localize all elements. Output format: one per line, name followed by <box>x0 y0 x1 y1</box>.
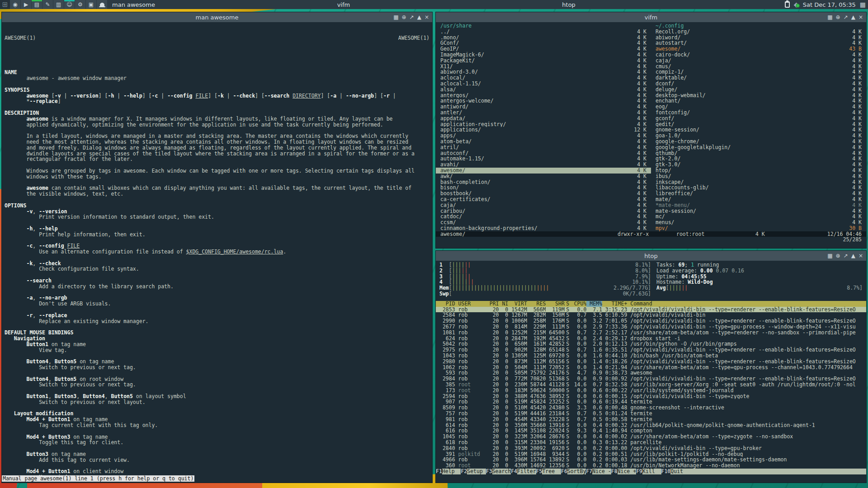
file-entry[interactable]: ImageMagick-6/4 K <box>436 52 651 58</box>
file-entry[interactable]: fontconfig/4 K <box>651 110 866 116</box>
close-icon[interactable]: × <box>425 12 429 22</box>
file-entry[interactable]: mate-session/4 K <box>651 208 866 214</box>
file-entry[interactable]: antergos-welcome/4 K <box>436 98 651 104</box>
file-entry[interactable]: libreoffice/4 K <box>651 191 866 197</box>
fkey-kill[interactable]: F9Kill <box>636 469 661 474</box>
column-header-s[interactable]: S <box>565 301 571 307</box>
task-htop[interactable]: htop <box>557 0 783 9</box>
fkey-setup[interactable]: F2Setup <box>461 469 486 474</box>
settings-gears-launcher[interactable]: ⚙ <box>75 0 85 9</box>
fkey-sortby[interactable]: F6SortBy <box>561 469 586 474</box>
process-row[interactable]: 614rob200350M3566013916S0.00.40:00.32/us… <box>436 422 866 428</box>
file-entry[interactable]: GeoIP/4 K <box>436 46 651 52</box>
file-entry[interactable]: cmus/4 K <box>651 64 866 70</box>
file-entry[interactable]: aclocal-1.15/4 K <box>436 81 651 87</box>
column-header-time[interactable]: TIME+ <box>602 301 627 307</box>
process-row[interactable]: 2984rob200772M7082051368S0.00.90:00.92/o… <box>436 376 866 382</box>
fkey-quit[interactable]: F10Quit <box>661 469 689 474</box>
process-row[interactable]: 1081rob2001252M215M64500S0.72.72:52.17/u… <box>436 330 866 336</box>
process-row[interactable]: 2990rob2001006M258M176MS0.03.27:01.05/op… <box>436 318 866 324</box>
process-row[interactable]: 2853rob2001542M566M119MS0.07.13:15.23/op… <box>436 307 866 313</box>
column-header-user[interactable]: USER <box>458 301 486 307</box>
process-row[interactable]: 618rob200315M2330419156S0.00.30:13.22par… <box>436 440 866 446</box>
file-entry[interactable]: appdata/4 K <box>436 116 651 122</box>
floating-icon[interactable]: ⊕ <box>402 12 406 22</box>
process-row[interactable]: 907rob200519M4582423252S0.00.60:19.44ter… <box>436 399 866 405</box>
process-row[interactable]: 2584rob2001267M282M150MS0.73.56:10.59/op… <box>436 312 866 318</box>
ontop-icon[interactable]: ▲ <box>851 12 855 22</box>
tile-layout-icon[interactable]: ▦ <box>827 12 832 22</box>
file-entry[interactable]: Recoll.org/4 K <box>651 29 866 35</box>
column-header-pid[interactable]: PID <box>439 301 455 307</box>
column-header-virt[interactable]: VIRT <box>508 301 527 307</box>
fkey-nice[interactable]: F7Nice - <box>586 469 611 474</box>
file-entry[interactable]: catdoc/4 K <box>436 214 651 220</box>
process-row[interactable]: 593rob200505M7579224176S4.70.90:38.73awe… <box>436 370 866 376</box>
file-entry[interactable]: gedit/4 K <box>651 122 866 127</box>
users-launcher[interactable]: ☺ <box>64 0 75 9</box>
task-vifm[interactable]: vifm <box>333 0 558 9</box>
fkey-nice[interactable]: F8Nice + <box>611 469 636 474</box>
file-entry[interactable]: autoconf/4 K <box>436 150 651 156</box>
file-entry[interactable]: eog/4 K <box>651 104 866 110</box>
video-player-launcher[interactable]: ▶ <box>21 0 31 9</box>
file-entry[interactable]: abiword-3.0/4 K <box>436 69 651 75</box>
file-entry[interactable]: gtk-3.0/4 K <box>651 162 866 168</box>
file-entry[interactable]: mc/4 K <box>651 214 866 220</box>
process-row[interactable]: 4966rob200396M1576413892S0.00.20:00.03/u… <box>436 457 866 463</box>
file-entry[interactable]: ibus/4 K <box>651 174 866 179</box>
fkey-search[interactable]: F3Search <box>486 469 511 474</box>
fkey-filter[interactable]: F4Filter <box>511 469 536 474</box>
file-entry[interactable]: inkscape/4 K <box>651 179 866 185</box>
text-editor-launcher[interactable]: ✎ <box>42 0 53 9</box>
file-entry[interactable]: antiword/4 K <box>436 104 651 110</box>
file-entry[interactable]: compiz-1/4 K <box>651 69 866 75</box>
file-entry[interactable]: libaccounts-glib/4 K <box>651 185 866 191</box>
process-row[interactable]: 624rob2002847M192M45432S0.02.40:29.17dro… <box>436 336 866 342</box>
file-entry[interactable]: antergos/4 K <box>436 93 651 99</box>
sticky-icon[interactable]: ↗ <box>410 12 414 22</box>
column-header-ni[interactable]: NI <box>499 301 509 307</box>
file-entry[interactable]: goa-1.0/4 K <box>651 133 866 139</box>
notification-bell-launcher[interactable] <box>97 0 107 9</box>
column-header-cpu[interactable]: CPU% <box>571 301 587 307</box>
process-row[interactable]: 2677rob200814M229M111MS0.02.97:33.36/opt… <box>436 324 866 330</box>
file-entry[interactable]: cinnamon-background-properties/4 K <box>436 225 651 231</box>
file-manager-launcher[interactable]: ▤ <box>32 0 42 9</box>
file-entry[interactable]: PackageKit/4 K <box>436 58 651 64</box>
file-entry[interactable]: .mono/4 K <box>436 35 651 41</box>
file-entry[interactable]: awesome/4 K <box>436 168 651 174</box>
process-row[interactable]: 2975rob200902M128M65148S0.71.60:35.51/op… <box>436 347 866 353</box>
file-entry[interactable]: google-googletalkplugin/4 K <box>651 145 866 150</box>
file-entry[interactable]: mpv/30 B <box>651 225 866 231</box>
file-entry[interactable]: gnome-session/4 K <box>651 127 866 133</box>
file-entry[interactable]: dconf/4 K <box>651 81 866 87</box>
file-entry[interactable]: gthumb/4 K <box>651 150 866 156</box>
file-entry[interactable]: htop/4 K <box>651 168 866 174</box>
location-pin-launcher[interactable]: ◉ <box>10 0 20 9</box>
dropbox-tray-icon[interactable]: ◈ <box>794 1 799 8</box>
process-row[interactable]: 173root200183M5062450000S0.00.60:00.22/u… <box>436 388 866 394</box>
tile-layout-icon[interactable]: ▦ <box>827 251 832 261</box>
file-entry[interactable]: *mate-menu/4 K <box>651 202 866 208</box>
sticky-icon[interactable]: ↗ <box>844 12 848 22</box>
process-row[interactable]: 757rob200519M4441623184S0.70.50:01.24ter… <box>436 411 866 417</box>
file-entry[interactable]: GConf/4 K <box>436 40 651 46</box>
task-man-awesome[interactable]: man awesome <box>108 0 333 9</box>
file-entry[interactable]: abiword/4 K <box>651 35 866 41</box>
fkey-help[interactable]: F1Help <box>436 469 461 474</box>
file-entry[interactable]: X11/4 K <box>436 64 651 70</box>
file-entry[interactable]: ../4 K <box>436 29 651 35</box>
file-entry[interactable]: atril/4 K <box>436 145 651 150</box>
file-entry[interactable]: mate/4 K <box>651 197 866 202</box>
file-entry[interactable]: antler/4 K <box>436 110 651 116</box>
process-row[interactable]: 2840rob200393M200926920S0.00.20:00.00/op… <box>436 446 866 451</box>
process-row[interactable]: 385root200230M5874441128S14.60.78:32.58/… <box>436 382 866 388</box>
close-icon[interactable]: × <box>859 251 863 261</box>
column-header-res[interactable]: RES <box>527 301 546 307</box>
file-entry[interactable]: awesome/43 B <box>651 46 866 52</box>
file-entry[interactable]: apps/4 K <box>436 133 651 139</box>
htop-titlebar[interactable]: htop ▦⊕↗▲× <box>436 251 866 261</box>
process-row[interactable]: 8509rob200510M4542024380S3.30.60:00.48gn… <box>436 405 866 411</box>
process-row[interactable]: 1043rob2001305M125M69720S0.01.60:44.10/b… <box>436 353 866 359</box>
